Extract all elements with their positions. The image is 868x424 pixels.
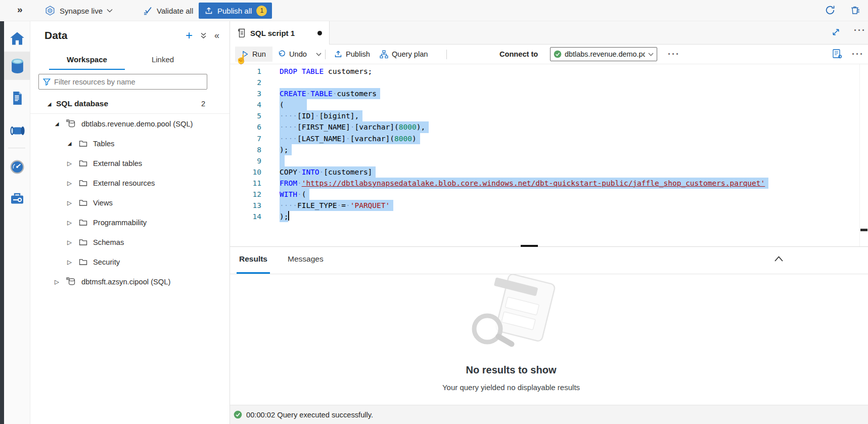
publish-icon (334, 50, 342, 58)
collapse-all-icon[interactable] (200, 32, 207, 39)
tree-item-schemas[interactable]: ▷Schemas (30, 232, 230, 252)
tab-messages[interactable]: Messages (285, 247, 326, 274)
code-line-13[interactable]: ····FILE_TYPE·=·'PARQUET' (280, 200, 858, 211)
caret-collapsed-icon[interactable]: ▷ (66, 259, 73, 266)
nav-manage[interactable] (4, 184, 30, 213)
tree-item-label: dbtlabs.revenue.demo.pool (SQL) (81, 120, 193, 128)
scrollbar-marker[interactable] (860, 229, 867, 231)
database-icon (66, 119, 76, 128)
line-number: 5 (230, 110, 261, 121)
tab-workspace[interactable]: Workspace (49, 51, 125, 70)
caret-collapsed-icon[interactable]: ▷ (53, 278, 61, 285)
tree-item-programmability[interactable]: ▷Programmability (30, 213, 230, 232)
editor-more-actions-icon[interactable]: ··· (852, 49, 864, 59)
add-resource-icon[interactable]: + (186, 30, 193, 40)
tree-item-dbtmsft-azsyn-cipool-sql[interactable]: ▷dbtmsft.azsyn.cipool (SQL) (30, 272, 230, 291)
publish-all-button[interactable]: Publish all 1 (199, 3, 272, 19)
tree-item-label: dbtmsft.azsyn.cipool (SQL) (81, 278, 170, 286)
tab-sql-script-1[interactable]: SQL script 1 (230, 21, 330, 45)
caret-collapsed-icon[interactable]: ▷ (66, 219, 73, 226)
code-line-2[interactable] (280, 77, 858, 88)
line-number: 11 (230, 178, 261, 189)
data-panel-tabs: Workspace Linked (49, 51, 201, 70)
code-line-5[interactable]: ····[ID]·[bigint], (280, 110, 858, 121)
nav-integrate[interactable] (4, 116, 30, 145)
tree-item-external-tables[interactable]: ▷External tables (30, 153, 230, 173)
toolbox-icon (10, 191, 25, 205)
code-line-8[interactable]: ); (280, 144, 858, 155)
mode-label: Synapse live (60, 7, 103, 15)
line-number: 2 (230, 77, 261, 88)
undo-redo-dropdown-icon[interactable] (314, 45, 324, 64)
tree-item-tables[interactable]: ◢Tables (30, 134, 230, 153)
query-plan-button[interactable]: Query plan (378, 45, 430, 64)
expand-menu-icon[interactable]: » (17, 4, 23, 15)
code-line-9[interactable] (280, 155, 858, 166)
line-number: 9 (230, 155, 261, 166)
publish-button[interactable]: Publish (332, 45, 372, 64)
nav-home[interactable] (4, 24, 30, 53)
caret-collapsed-icon[interactable]: ▷ (66, 180, 73, 187)
filter-box[interactable] (38, 74, 207, 90)
tab-more-actions-icon[interactable]: ··· (854, 25, 864, 35)
pipeline-icon (10, 125, 25, 137)
tab-linked[interactable]: Linked (125, 51, 201, 70)
caret-expanded-icon[interactable]: ◢ (53, 121, 61, 126)
tree-item-label: Tables (93, 140, 114, 148)
toolbar-more-icon[interactable]: ··· (668, 49, 680, 59)
code-line-1[interactable]: DROP TABLE customers; (280, 66, 858, 77)
tree-item-dbtlabs-revenue-demo-pool-sql[interactable]: ◢dbtlabs.revenue.demo.pool (SQL) (30, 114, 230, 134)
caret-expanded-icon[interactable]: ◢ (45, 101, 53, 107)
collapse-results-chevron-icon[interactable] (774, 256, 784, 264)
code-line-10[interactable]: COPY·INTO·[customers] (280, 166, 858, 178)
code-editor[interactable]: 1234567891011121314 DROP TABLE customers… (230, 64, 868, 247)
tree-item-views[interactable]: ▷Views (30, 193, 230, 213)
code-line-4[interactable]: ( (280, 99, 858, 110)
nav-develop[interactable] (4, 84, 30, 112)
tree-item-security[interactable]: ▷Security (30, 252, 230, 272)
validate-all-button[interactable]: Validate all (143, 0, 193, 21)
refresh-icon[interactable] (825, 5, 837, 17)
filter-funnel-icon (43, 78, 51, 86)
code-area[interactable]: DROP TABLE customers;CREATE·TABLE·custom… (280, 66, 858, 222)
synapse-hexagon-icon (44, 5, 56, 16)
code-line-14[interactable]: ); (280, 211, 858, 222)
connect-to-label: Connect to (499, 45, 538, 64)
line-number: 8 (230, 144, 261, 155)
chevron-down-icon (107, 9, 113, 13)
database-cylinder-icon (11, 58, 24, 74)
caret-collapsed-icon[interactable]: ▷ (66, 160, 73, 167)
collapse-panel-icon[interactable]: « (214, 30, 219, 41)
tree-item-label: Views (93, 199, 113, 207)
tab-results[interactable]: Results (237, 247, 270, 274)
code-line-11[interactable]: FROM·'https://dbtlabsynapsedatalake.blob… (280, 178, 858, 189)
document-tabbar: SQL script 1 ··· (230, 21, 868, 45)
editor-scrollbar[interactable] (859, 64, 860, 247)
tab-title: SQL script 1 (250, 29, 295, 37)
nav-data[interactable] (4, 52, 30, 80)
window-edge-strip (0, 21, 4, 424)
caret-collapsed-icon[interactable]: ▷ (66, 199, 73, 206)
properties-icon[interactable] (832, 49, 843, 59)
filter-input[interactable] (54, 78, 203, 86)
undo-button[interactable]: Undo (276, 45, 309, 64)
expand-editor-icon[interactable] (832, 28, 842, 38)
tree-item-external-resources[interactable]: ▷External resources (30, 173, 230, 193)
synapse-studio-window: » Synapse live Validate all Publish all … (0, 0, 868, 424)
run-button[interactable]: Run (235, 47, 272, 62)
caret-expanded-icon[interactable]: ◢ (66, 141, 73, 146)
resource-tree: ◢SQL database2◢dbtlabs.revenue.demo.pool… (30, 94, 230, 291)
mode-selector[interactable]: Synapse live (44, 0, 113, 21)
code-line-12[interactable]: WITH·( (280, 189, 858, 200)
nav-monitor[interactable] (4, 153, 30, 181)
code-line-3[interactable]: CREATE·TABLE·customers (280, 88, 858, 99)
tree-item-label: External tables (93, 159, 142, 167)
discard-all-trash-icon[interactable] (850, 5, 862, 17)
undo-icon (278, 50, 286, 58)
tree-item-sql-database[interactable]: ◢SQL database2 (30, 94, 230, 114)
home-icon (10, 31, 25, 46)
connect-to-pool-select[interactable]: dbtlabs.revenue.demo.pool (550, 47, 657, 61)
caret-collapsed-icon[interactable]: ▷ (66, 239, 73, 246)
code-line-6[interactable]: ····[FIRST_NAME]·[varchar](8000), (280, 121, 858, 133)
code-line-7[interactable]: ····[LAST_NAME]·[varchar](8000) (280, 133, 858, 144)
